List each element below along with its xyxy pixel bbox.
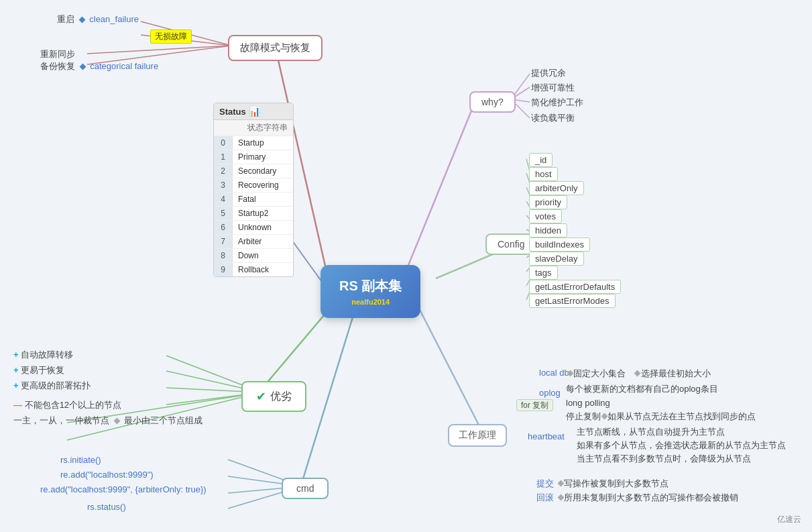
status-num-0: 0 [214, 136, 233, 150]
fault-resync: 重新同步 [40, 48, 75, 60]
status-row-1: 1 Primary [214, 150, 293, 164]
status-num-9: 9 [214, 263, 233, 276]
work-oplog-item2: 如果从节点无法在主节点找到同步的点 [607, 411, 756, 423]
status-row-3: 3 Recovering [214, 178, 293, 193]
center-node: RS 副本集 nealfu2014 [321, 265, 420, 318]
status-num-7: 7 [214, 235, 233, 248]
fault-restart: 重启 clean_failure [57, 13, 139, 25]
status-name-6: Unknown [233, 221, 277, 234]
watermark: 亿速云 [777, 514, 801, 525]
work-heartbeat-item1: 如果有多个从节点，会推选状态最新的从节点为主节点 [577, 439, 786, 451]
work-localdb-item0: 固定大小集合 [573, 368, 626, 380]
config-item-6: buildIndexes [529, 237, 590, 252]
cmd-label: cmd [296, 483, 314, 494]
work-oplog-label: oplog [539, 388, 561, 398]
why-item-3: 读负载平衡 [531, 112, 575, 124]
svg-line-4 [302, 309, 355, 483]
status-row-6: 6 Unknown [214, 221, 293, 235]
work-forcopy: for 复制 [516, 400, 553, 411]
status-row-0: 0 Startup [214, 136, 293, 150]
why-item-1: 增强可靠性 [531, 82, 575, 94]
status-row-5: 5 Startup2 [214, 207, 293, 221]
cmd-node: cmd [282, 478, 329, 499]
why-item-0: 提供冗余 [531, 67, 566, 79]
status-num-6: 6 [214, 221, 233, 234]
cmd-item-3: rs.status() [87, 502, 126, 512]
status-row-4: 4 Fatal [214, 193, 293, 207]
work-submit-label: 提交 [536, 478, 554, 490]
svg-line-2 [416, 302, 483, 433]
work-rollback-desc: 所用未复制到大多数节点的写操作都会被撤销 [564, 492, 738, 504]
status-name-3: Recovering [233, 178, 284, 192]
status-num-2: 2 [214, 164, 233, 178]
config-item-8: tags [529, 266, 558, 280]
work-submit-desc: 写操作被复制到大多数节点 [564, 478, 669, 490]
config-item-2: arbiterOnly [529, 181, 584, 195]
status-name-5: Startup2 [233, 207, 274, 220]
status-name-7: Arbiter [233, 235, 267, 248]
config-label: Config [498, 239, 524, 250]
status-row-7: 7 Arbiter [214, 235, 293, 249]
cmd-item-1: re.add("localhost:9999") [60, 470, 154, 480]
why-node: why? [469, 91, 516, 113]
work-oplog-item0: 每个被更新的文档都有自己的oplog条目 [566, 383, 718, 395]
config-item-9: getLastErrorDefaults [529, 280, 621, 294]
status-header: 状态字符串 [214, 120, 293, 136]
cons-item-1: 一主，一从，一仲裁节点 最小由三个节点组成 [13, 415, 202, 427]
fault-highlight: 无损故障 [150, 30, 192, 44]
status-num-5: 5 [214, 207, 233, 220]
fault-restore: 备份恢复 categorical failure [40, 60, 158, 72]
config-item-0: _id [529, 153, 553, 167]
pros-item-1: + 更易于恢复 [13, 364, 64, 376]
fault-label: 故障模式与恢复 [240, 42, 310, 53]
work-rollback-label: 回滚 [536, 492, 554, 504]
pros-item-2: + 更高级的部署拓扑 [13, 380, 91, 392]
center-title: RS 副本集 [339, 277, 402, 295]
pros-node: ✔ 优劣 [241, 381, 306, 412]
pros-item-0: + 自动故障转移 [13, 349, 73, 361]
config-item-7: slaveDelay [529, 252, 584, 266]
status-num-4: 4 [214, 193, 233, 206]
work-label: 工作原理 [459, 429, 496, 440]
work-node: 工作原理 [448, 424, 507, 447]
status-name-9: Rollback [233, 263, 274, 276]
work-oplog-stop: 停止复制 [566, 411, 601, 423]
status-title: Status 📊 [214, 103, 293, 120]
cmd-item-2: re.add("localhost:9999", {arbiterOnly: t… [40, 484, 207, 494]
status-name-4: Fatal [233, 193, 262, 206]
work-heartbeat-item2: 当主节点看不到多数节点时，会降级为从节点 [577, 453, 751, 465]
work-localdb-label: local db [539, 368, 569, 378]
fault-node: 故障模式与恢复 [228, 35, 323, 61]
work-localdb-item1: 选择最佳初始大小 [641, 368, 711, 380]
work-oplog-item1: long polling [566, 398, 610, 408]
work-heartbeat-label: heartbeat [528, 431, 565, 441]
status-node: Status 📊 状态字符串 0 Startup 1 Primary 2 Sec… [213, 103, 294, 277]
status-name-1: Primary [233, 150, 271, 164]
status-name-2: Secondary [233, 164, 282, 178]
status-name-0: Startup [233, 136, 270, 150]
status-name-8: Down [233, 249, 264, 262]
svg-line-24 [87, 46, 231, 54]
status-num-8: 8 [214, 249, 233, 262]
status-num-3: 3 [214, 178, 233, 192]
status-row-8: 8 Down [214, 249, 293, 263]
pros-label: 优劣 [270, 390, 292, 404]
config-item-3: priority [529, 195, 567, 209]
status-num-1: 1 [214, 150, 233, 164]
center-subtitle: nealfu2014 [339, 298, 402, 306]
status-row-9: 9 Rollback [214, 263, 293, 276]
why-label: why? [481, 97, 504, 107]
cons-item-0: — 不能包含12个以上的节点 [13, 399, 121, 411]
config-item-5: hidden [529, 223, 567, 237]
work-heartbeat-item0: 主节点断线，从节点自动提升为主节点 [577, 426, 725, 438]
cmd-item-0: rs.initiate() [60, 455, 101, 465]
status-row-2: 2 Secondary [214, 164, 293, 178]
config-item-10: getLastErrorModes [529, 294, 616, 308]
config-item-4: votes [529, 209, 562, 223]
config-item-1: host [529, 167, 558, 181]
svg-line-0 [404, 99, 476, 275]
why-item-2: 简化维护工作 [531, 97, 583, 109]
